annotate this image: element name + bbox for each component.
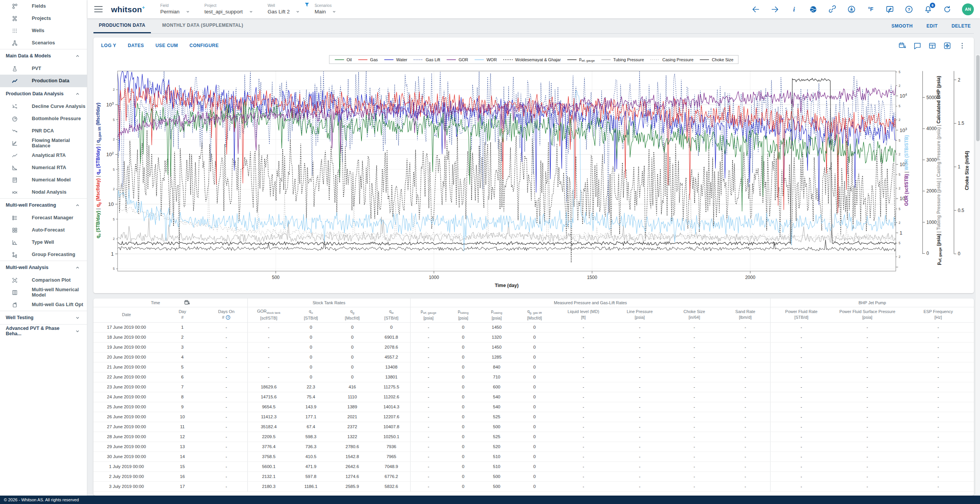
column-header-15[interactable]: Power Fluid Rate[STB/d] <box>771 307 832 322</box>
column-header-12[interactable]: Line Pressure[psia] <box>611 307 668 322</box>
delete-button[interactable]: DELETE <box>952 23 971 29</box>
sidebar-item-bottomhole-pressure[interactable]: Bottomhole Pressure <box>0 113 87 125</box>
use-cum-button[interactable]: USE CUM <box>155 43 178 48</box>
sidebar-item-pnr-dca[interactable]: PNR DCA <box>0 125 87 137</box>
table-row[interactable]: 3 July 2019 00:0017-2180.31186.12585.958… <box>93 481 974 491</box>
column-header-16[interactable]: Power Fluid Surface Pressure[psia] <box>832 307 903 322</box>
calendar-range-icon[interactable] <box>898 42 906 50</box>
legend-item-gor[interactable]: GOR <box>446 57 468 62</box>
column-header-14[interactable]: Sand Rate[lbm/d] <box>720 307 771 322</box>
sidebar-item-nodal-analysis[interactable]: Nodal Analysis <box>0 186 87 198</box>
column-header-11[interactable]: Liquid level (MD)[ft] <box>556 307 611 322</box>
sidebar-item-comparison-plot[interactable]: Comparison Plot <box>0 274 87 286</box>
sidebar-item-numerical-model[interactable]: Numerical Model <box>0 174 87 186</box>
table-row[interactable]: 1 July 2019 00:0015-5600.1471.92642.6704… <box>93 462 974 471</box>
table-row[interactable]: 29 June 2019 00:0013-3776.4736.32780.679… <box>93 442 974 452</box>
table-row[interactable]: 28 June 2019 00:0012-2209.5598.313221025… <box>93 432 974 442</box>
chart-svg[interactable]: 5125102510225103225125102510225103251042… <box>93 54 974 293</box>
sidebar-item-pvt[interactable]: PVT <box>0 62 87 75</box>
arrow-left-icon[interactable] <box>751 5 760 14</box>
sidebar-item-wells[interactable]: Wells <box>0 24 87 37</box>
menu-icon[interactable] <box>94 6 103 12</box>
smooth-button[interactable]: SMOOTH <box>892 23 913 29</box>
table-row[interactable]: 26 June 2019 00:0010-11412.3177.12021122… <box>93 412 974 422</box>
column-header-0[interactable]: Date <box>93 307 159 322</box>
production-chart[interactable]: OilGasWaterGas LiftGORWORWoldesemayat & … <box>93 54 974 293</box>
table-row[interactable]: 22 June 2019 00:006--0013801-07100------… <box>93 372 974 382</box>
sidebar-item-fields[interactable]: Fields <box>0 0 87 12</box>
more-vertical-icon[interactable] <box>958 42 966 50</box>
log-y-button[interactable]: LOG Y <box>101 43 116 48</box>
sidebar-item-decline-curve-analysis[interactable]: Decline Curve Analysis <box>0 100 87 113</box>
sidebar-section-3[interactable]: Multi-well Analysis <box>0 261 87 274</box>
legend-item-woldesemayat-ghajar[interactable]: Woldesemayat & Ghajar <box>502 57 561 62</box>
scenarios-selector[interactable]: ScenariosMain <box>314 3 336 15</box>
tab-0[interactable]: PRODUCTION DATA <box>93 18 151 33</box>
whitson-logo[interactable]: whitson+ <box>111 5 145 14</box>
comment-icon[interactable] <box>913 42 921 50</box>
globe-icon[interactable] <box>809 5 818 14</box>
sidebar-section-1[interactable]: Production Data Analysis <box>0 87 87 100</box>
info-icon[interactable]: i <box>790 5 798 14</box>
refresh-icon[interactable] <box>943 5 952 14</box>
feedback-icon[interactable] <box>885 5 894 14</box>
table-row[interactable]: 24 June 2019 00:008-14715.675.4111011202… <box>93 392 974 402</box>
column-header-10[interactable]: qg, gas lift[Mscf/d] <box>514 307 556 322</box>
sidebar-item-type-well[interactable]: Type Well <box>0 236 87 248</box>
legend-item-gas-lift[interactable]: Gas Lift <box>413 57 440 62</box>
sidebar-item-production-data[interactable]: Production Data <box>0 75 87 87</box>
table-row[interactable]: 25 June 2019 00:009-9654.5143.9138914014… <box>93 402 974 412</box>
calendar-sort-icon[interactable] <box>184 300 190 305</box>
sidebar-section-2[interactable]: Multi-well Forecasting <box>0 199 87 212</box>
column-header-5[interactable]: qg[Mscf/d] <box>332 307 373 322</box>
legend-item-oil[interactable]: Oil <box>334 57 352 62</box>
legend-item-p[interactable]: pwf, gauge <box>566 57 595 62</box>
vertical-scrollbar[interactable] <box>975 54 980 494</box>
notifications-icon[interactable]: 6 <box>924 5 933 14</box>
sidebar-item-group-forecasting[interactable]: Group Forecasting <box>0 248 87 261</box>
column-header-1[interactable]: Day# <box>159 307 205 322</box>
sidebar-item-analytical-rta[interactable]: Analytical RTA <box>0 149 87 161</box>
well-selector[interactable]: WellGas Lift 2 <box>268 3 300 15</box>
column-header-13[interactable]: Choke Size[in/64] <box>668 307 720 322</box>
help-icon[interactable]: ? <box>226 315 231 320</box>
table-row[interactable]: 23 June 2019 00:007-18629.622.341611275.… <box>93 382 974 392</box>
column-header-3[interactable]: GORstock tank[scf/STB] <box>247 307 290 322</box>
download-icon[interactable] <box>847 5 856 14</box>
configure-button[interactable]: CONFIGURE <box>190 43 219 48</box>
legend-item-water[interactable]: Water <box>384 57 407 62</box>
sidebar-item-flowing-material-balance[interactable]: Flowing Material Balance <box>0 137 87 149</box>
sidebar-item-scenarios[interactable]: Scenarios <box>0 37 87 49</box>
legend-item-choke-size[interactable]: Choke Size <box>699 57 733 62</box>
column-header-2[interactable]: Days On# ? <box>205 307 247 322</box>
column-header-8[interactable]: ptubing[psia] <box>447 307 480 322</box>
table-row[interactable]: 18 June 2019 00:002--006901.8-013200----… <box>93 332 974 342</box>
sidebar-item-multi-well-gas-lift-opt[interactable]: Multi-well Gas Lift Opt <box>0 298 87 311</box>
fullscreen-icon[interactable] <box>943 42 951 50</box>
tab-1[interactable]: MONTHLY DATA (SUPPLEMENTAL) <box>157 18 249 33</box>
sidebar-section-5[interactable]: Advanced PVT & Phase Beha... <box>0 325 87 338</box>
table-row[interactable]: 30 June 2019 00:0014-3758.5410.51542.879… <box>93 452 974 462</box>
edit-button[interactable]: EDIT <box>926 23 937 29</box>
table-row[interactable]: 2 July 2019 00:0016-2132.1597.81274.6677… <box>93 471 974 481</box>
legend-item-tubing-pressure[interactable]: Tubing Pressure <box>600 57 644 62</box>
table-row[interactable]: 17 June 2019 00:001--000-014500------- <box>93 322 974 332</box>
arrow-right-icon[interactable] <box>771 5 779 14</box>
table-row[interactable]: 19 June 2019 00:003--002078.6-014500----… <box>93 342 974 352</box>
column-header-4[interactable]: qo[STB/d] <box>290 307 332 322</box>
legend-item-casing-pressure[interactable]: Casing Pressure <box>650 57 694 62</box>
column-header-17[interactable]: ESP Frequency[Hz] <box>903 307 974 322</box>
sidebar-item-multi-well-numerical-model[interactable]: Multi-well Numerical Model <box>0 286 87 298</box>
field-selector[interactable]: FieldPermian <box>160 3 190 15</box>
column-header-6[interactable]: qw[STB/d] <box>373 307 411 322</box>
table-icon[interactable] <box>928 42 936 50</box>
column-header-7[interactable]: pwf, gauge[psia] <box>411 307 447 322</box>
column-header-9[interactable]: pcasing[psia] <box>480 307 513 322</box>
link-icon[interactable] <box>828 5 837 14</box>
dates-button[interactable]: DATES <box>128 43 144 48</box>
help-icon[interactable]: ? <box>905 5 913 14</box>
temperature-unit-icon[interactable]: °F <box>866 5 875 14</box>
table-row[interactable]: 27 June 2019 00:0011-35182.467.423721040… <box>93 422 974 432</box>
sidebar-item-projects[interactable]: Projects <box>0 12 87 24</box>
sidebar-item-auto-forecast[interactable]: Auto-Forecast <box>0 224 87 236</box>
